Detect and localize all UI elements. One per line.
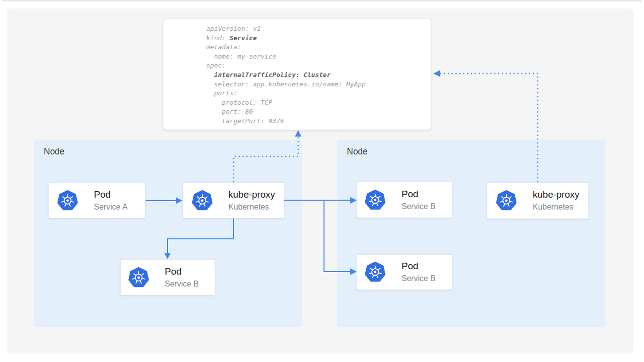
yaml-code-line: ports: xyxy=(206,89,431,98)
yaml-code-line: internalTrafficPolicy: Cluster xyxy=(206,71,431,80)
node-box-left: Node xyxy=(34,140,302,327)
pod-service-b-card-right-2: Pod Service B xyxy=(357,254,452,290)
card-subtitle: Service B xyxy=(165,279,208,290)
card-title: Pod xyxy=(165,266,208,278)
card-subtitle: Kubernetes xyxy=(229,202,275,213)
service-yaml-card: apiVersion: v1kind: Servicemetadata: nam… xyxy=(163,18,431,130)
yaml-code-line: - protocol: TCP xyxy=(206,98,431,108)
pod-service-a-card: Pod Service A xyxy=(48,183,146,218)
pod-service-b-card-left: Pod Service B xyxy=(120,259,215,295)
pod-service-b-card-right-1: Pod Service B xyxy=(357,182,452,218)
card-subtitle: Service B xyxy=(402,273,444,284)
yaml-code-line: kind: Service xyxy=(206,34,431,43)
card-subtitle: Service B xyxy=(402,201,444,212)
kubernetes-icon xyxy=(496,190,517,212)
node-label: Node xyxy=(347,146,368,157)
card-title: kube-proxy xyxy=(533,189,579,201)
page-top-border xyxy=(2,0,642,1)
yaml-code-line: name: my-service xyxy=(206,52,431,62)
kubernetes-icon xyxy=(365,261,386,283)
card-title: Pod xyxy=(402,188,444,200)
node-box-right: Node xyxy=(337,140,605,327)
yaml-code-line: metadata: xyxy=(206,43,431,52)
node-label: Node xyxy=(44,146,65,157)
kubernetes-icon xyxy=(128,267,149,289)
yaml-code-line: apiVersion: v1 xyxy=(206,24,431,34)
kubernetes-icon xyxy=(365,189,386,211)
card-subtitle: Kubernetes xyxy=(533,202,579,213)
kubernetes-icon xyxy=(57,190,78,212)
yaml-code: apiVersion: v1kind: Servicemetadata: nam… xyxy=(206,24,431,126)
yaml-code-line: spec: xyxy=(206,61,431,71)
card-title: kube-proxy xyxy=(229,189,275,201)
kube-proxy-card-right: kube-proxy Kubernetes xyxy=(486,182,589,219)
card-title: Pod xyxy=(94,189,137,201)
kubernetes-icon xyxy=(192,190,213,212)
yaml-code-line: targetPort: 9376 xyxy=(206,117,431,126)
kube-proxy-card-left: kube-proxy Kubernetes xyxy=(182,182,284,218)
yaml-code-line: port: 80 xyxy=(206,107,431,117)
card-title: Pod xyxy=(402,260,444,272)
card-subtitle: Service A xyxy=(94,202,137,213)
yaml-code-line: selector: app.kubernetes.io/name: MyApp xyxy=(206,80,431,89)
